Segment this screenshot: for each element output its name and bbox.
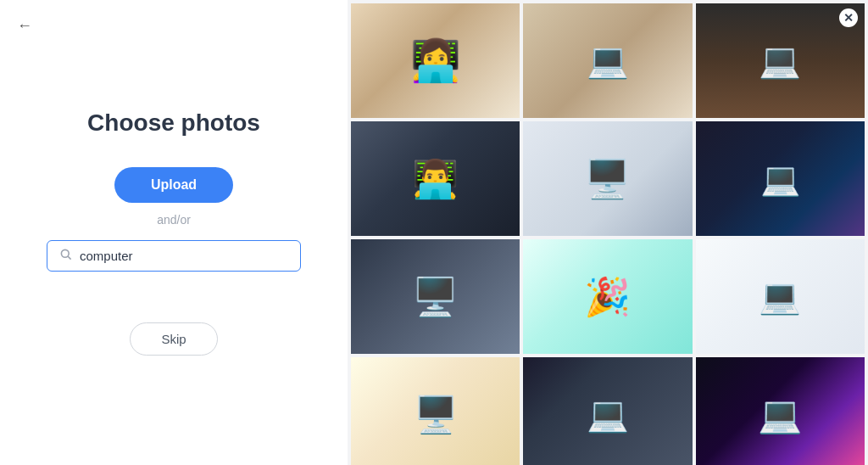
- list-item[interactable]: [523, 357, 692, 465]
- list-item[interactable]: [523, 239, 692, 354]
- svg-line-1: [68, 256, 71, 260]
- back-button[interactable]: ←: [17, 17, 32, 35]
- list-item[interactable]: [696, 239, 865, 354]
- list-item[interactable]: [351, 357, 520, 465]
- svg-point-0: [61, 249, 69, 257]
- and-or-label: and/or: [157, 213, 191, 227]
- list-item[interactable]: ✕: [696, 3, 865, 118]
- search-icon: [59, 248, 73, 264]
- close-icon: ✕: [843, 12, 854, 24]
- list-item[interactable]: [351, 3, 520, 118]
- list-item[interactable]: [696, 121, 865, 236]
- search-wrapper: [47, 240, 301, 272]
- close-button[interactable]: ✕: [839, 8, 858, 27]
- skip-button[interactable]: Skip: [130, 322, 217, 356]
- page-title: Choose photos: [87, 109, 260, 137]
- list-item[interactable]: [696, 357, 865, 465]
- back-icon: ←: [17, 17, 32, 34]
- upload-button[interactable]: Upload: [114, 167, 233, 203]
- list-item[interactable]: [523, 121, 692, 236]
- search-input[interactable]: [80, 249, 288, 263]
- list-item[interactable]: [351, 239, 520, 354]
- photo-grid: ✕: [348, 0, 868, 465]
- list-item[interactable]: [351, 121, 520, 236]
- left-panel: ← Choose photos Upload and/or Skip: [0, 0, 348, 465]
- list-item[interactable]: [523, 3, 692, 118]
